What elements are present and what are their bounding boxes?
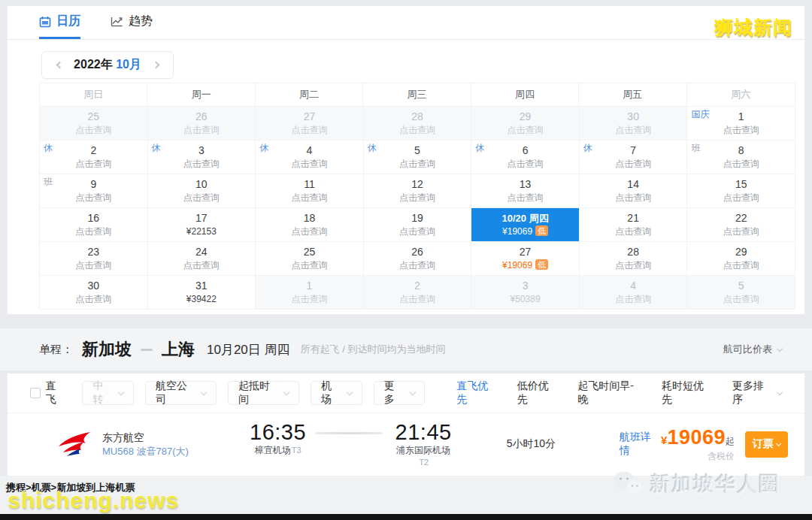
query-label: 点击查询 — [471, 124, 579, 136]
date-number: 23 — [40, 246, 147, 258]
book-button[interactable]: 订票 — [745, 431, 788, 458]
calendar-cell[interactable]: 休6点击查询 — [471, 141, 580, 174]
flight-result-row[interactable]: 东方航空 MU568 波音787(大) 16:35 樟宜机场T3 21:45 浦… — [8, 413, 804, 475]
chevron-down-icon — [283, 388, 289, 395]
query-label: 点击查询 — [580, 259, 687, 271]
arrival-airport: 浦东国际机场 — [396, 445, 450, 455]
tax-included-note: 含税价 — [661, 450, 735, 463]
weekday-row: 周日周一周二周三周四周五周六 — [39, 83, 795, 106]
calendar-cell[interactable]: 11点击查询 — [256, 174, 364, 208]
sort-shortest-first[interactable]: 耗时短优先 — [662, 379, 712, 407]
price-from-suffix: 起 — [726, 436, 735, 446]
calendar-cell[interactable]: 休4点击查询 — [256, 141, 364, 174]
calendar-cell[interactable]: 19点击查询 — [364, 208, 472, 242]
direct-flight-checkbox[interactable] — [30, 388, 41, 398]
calendar-cell[interactable]: 30点击查询 — [580, 107, 688, 141]
filter-airport-dropdown[interactable]: 机场 — [311, 381, 362, 405]
calendar-cell[interactable]: 31¥39422 — [148, 276, 256, 310]
sort-more-sort[interactable]: 更多排序 — [732, 379, 782, 407]
calendar-cell[interactable]: 休2点击查询 — [40, 141, 148, 174]
direct-flight-checkbox-wrap[interactable]: 直飞 — [30, 379, 65, 407]
calendar-cell[interactable]: 13点击查询 — [471, 174, 580, 208]
calendar-cell[interactable]: 休3点击查询 — [148, 141, 256, 174]
date-number: 31 — [148, 280, 256, 292]
sort-low-price-first[interactable]: 低价优先 — [517, 379, 558, 407]
query-label: 点击查询 — [687, 158, 795, 170]
calendar-cell[interactable]: 21点击查询 — [580, 208, 688, 242]
query-label: 点击查询 — [40, 293, 147, 305]
query-label: 点击查询 — [40, 158, 147, 170]
calendar-cell[interactable]: 30点击查询 — [40, 276, 148, 310]
calendar-cell[interactable]: 休5点击查询 — [364, 141, 472, 174]
holiday-badge: 休 — [475, 144, 484, 153]
query-label: 点击查询 — [256, 293, 363, 305]
flight-details-link[interactable]: 航班详情 — [620, 431, 661, 458]
calendar-cell[interactable]: 26点击查询 — [364, 242, 472, 276]
calendar-cell[interactable]: 班8点击查询 — [687, 141, 795, 174]
calendar-cell[interactable]: 29点击查询 — [471, 107, 580, 141]
calendar-cell[interactable]: 10点击查询 — [148, 174, 256, 208]
filter-dropdowns: 中转航空公司起抵时间机场更多 — [82, 381, 436, 405]
calendar-cell[interactable]: 27¥19069低 — [471, 242, 580, 276]
calendar-cell[interactable]: 班9点击查询 — [40, 174, 148, 208]
date-number: 28 — [580, 246, 687, 258]
calendar-cell[interactable]: 29点击查询 — [687, 242, 795, 276]
calendar-cell[interactable]: 5点击查询 — [687, 276, 795, 310]
calendar-cell[interactable]: 国庆1点击查询 — [687, 107, 795, 141]
calendar-cell[interactable]: 24点击查询 — [148, 242, 256, 276]
calendar-cell[interactable]: 12点击查询 — [364, 174, 472, 208]
price-amount: 19069 — [667, 426, 726, 449]
calendar-cell[interactable]: 23点击查询 — [40, 242, 148, 276]
departure-airport: 樟宜机场 — [255, 445, 291, 455]
filter-airline-dropdown[interactable]: 航空公司 — [145, 381, 217, 405]
calendar-cell[interactable]: 2点击查询 — [364, 276, 472, 310]
date-number: 29 — [687, 246, 795, 258]
filter-transfer-dropdown[interactable]: 中转 — [82, 381, 134, 405]
prev-month-button[interactable] — [54, 60, 65, 71]
date-number: 16 — [40, 212, 147, 225]
calendar-cell[interactable]: 25点击查询 — [256, 242, 364, 276]
query-label: 点击查询 — [364, 259, 471, 271]
calendar-cell[interactable]: 25点击查询 — [40, 107, 148, 141]
calendar-cell[interactable]: 17¥22153 — [148, 208, 256, 242]
calendar-cell[interactable]: 3¥50389 — [471, 276, 580, 310]
airline-price-compare-link[interactable]: 航司比价表 — [723, 343, 782, 356]
filter-more-dropdown[interactable]: 更多 — [374, 381, 426, 405]
chevron-right-icon — [152, 62, 159, 69]
query-label: 点击查询 — [148, 158, 256, 170]
direct-flight-label: 直飞 — [46, 379, 66, 407]
calendar-cell[interactable]: 4点击查询 — [580, 276, 688, 310]
query-label: 点击查询 — [471, 192, 579, 204]
date-number: 27 — [256, 110, 363, 123]
calendar-cell[interactable]: 18点击查询 — [256, 208, 364, 242]
calendar-cell[interactable]: 27点击查询 — [256, 107, 364, 141]
tab-trend[interactable]: 趋势 — [111, 6, 153, 39]
date-number: 7 — [580, 144, 687, 157]
date-number: 19 — [364, 212, 471, 225]
tab-calendar[interactable]: 日历 — [39, 6, 80, 39]
filter-time-dropdown[interactable]: 起抵时间 — [228, 381, 299, 405]
sort-departure-early-late[interactable]: 起飞时间早-晚 — [577, 379, 641, 407]
chevron-down-icon — [201, 388, 207, 395]
query-label: 点击查询 — [687, 192, 795, 204]
calendar-cell[interactable]: 10/20 周四¥19069低 — [471, 208, 580, 242]
calendar-cell[interactable]: 22点击查询 — [687, 208, 795, 242]
calendar-cell[interactable]: 26点击查询 — [148, 107, 256, 141]
flight-path-line — [315, 432, 383, 434]
query-label: 点击查询 — [148, 259, 256, 271]
date-number: 25 — [40, 110, 147, 123]
airline-info: 东方航空 MU568 波音787(大) — [102, 431, 206, 458]
holiday-badge: 休 — [368, 144, 377, 153]
date-number: 3 — [148, 144, 256, 157]
next-month-button[interactable] — [150, 60, 161, 71]
departure-time: 16:35 — [250, 420, 306, 444]
calendar-cell[interactable]: 14点击查询 — [580, 174, 688, 208]
calendar-cell[interactable]: 28点击查询 — [364, 107, 472, 141]
calendar-cell[interactable]: 15点击查询 — [687, 174, 795, 208]
calendar-cell[interactable]: 1点击查询 — [256, 276, 364, 310]
calendar-cell[interactable]: 16点击查询 — [40, 208, 148, 242]
sort-direct-first[interactable]: 直飞优先 — [456, 379, 497, 407]
query-label: 点击查询 — [148, 192, 256, 204]
calendar-cell[interactable]: 休7点击查询 — [580, 141, 688, 174]
calendar-cell[interactable]: 28点击查询 — [580, 242, 688, 276]
